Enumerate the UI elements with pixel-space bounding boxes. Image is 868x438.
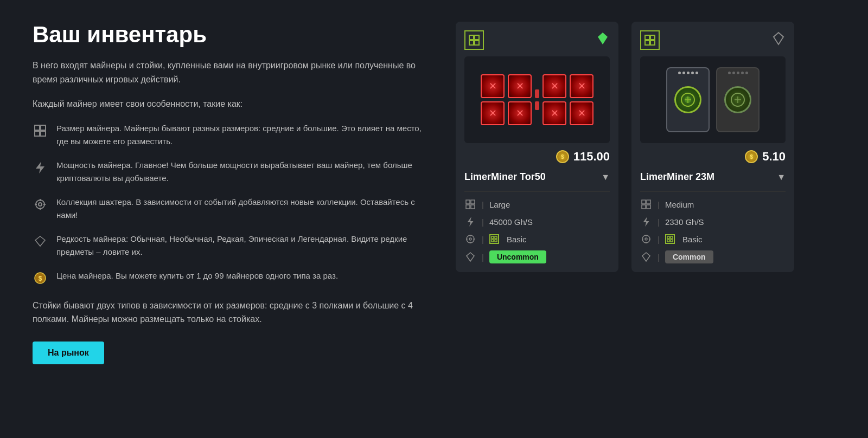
- stat-size-icon: [464, 198, 476, 210]
- svg-rect-62: [671, 240, 673, 242]
- chip-7: [542, 101, 566, 125]
- svg-rect-51: [647, 205, 650, 209]
- svg-point-29: [469, 238, 471, 240]
- stat-collection-value-tor50: Basic: [507, 235, 527, 244]
- svg-rect-59: [667, 236, 669, 239]
- card-rarity-icon-23m: [771, 31, 786, 49]
- stat-size-value-tor50: Large: [489, 200, 510, 209]
- card-dropdown-23m[interactable]: ▼: [777, 172, 786, 182]
- stat-power-icon-23m: [640, 216, 652, 228]
- svg-marker-39: [774, 33, 783, 44]
- svg-rect-35: [645, 35, 649, 40]
- stat-size-tor50: | Large: [464, 198, 610, 210]
- chip-4: [508, 101, 532, 125]
- chip-3: [481, 101, 505, 125]
- card-size-icon-23m: [640, 30, 660, 50]
- svg-text:$: $: [39, 275, 42, 282]
- size-icon: [33, 123, 48, 138]
- miner-card-tor50: 115.00 LimerMiner Tor50 ▼ | Large: [456, 22, 618, 272]
- svg-rect-22: [471, 205, 475, 209]
- svg-rect-17: [475, 41, 479, 45]
- svg-marker-63: [642, 253, 650, 261]
- feature-rarity: Редкость майнера: Обычная, Необычная, Ре…: [33, 233, 434, 259]
- card-name-23m: LimerMiner 23M: [640, 171, 714, 183]
- stat-size-23m: | Medium: [640, 198, 786, 210]
- svg-rect-38: [650, 41, 655, 45]
- market-button[interactable]: На рынок: [33, 342, 104, 364]
- coin-icon: $: [33, 270, 48, 286]
- svg-rect-14: [469, 35, 474, 40]
- miner-card-23m: 5.10 LimerMiner 23M ▼ | Medium: [631, 22, 794, 272]
- svg-point-58: [645, 238, 647, 240]
- card-dropdown-tor50[interactable]: ▼: [601, 172, 610, 182]
- chip-circle-1: [674, 86, 701, 113]
- features-list: Размер майнера. Майнеры бывают разных ра…: [33, 122, 434, 286]
- right-panel: 115.00 LimerMiner Tor50 ▼ | Large: [456, 22, 794, 416]
- feature-collection-text: Коллекция шахтера. В зависимости от собы…: [56, 196, 434, 222]
- stat-power-23m: | 2330 Gh/S: [640, 216, 786, 228]
- feature-rarity-text: Редкость майнера: Обычная, Необычная, Ре…: [56, 233, 434, 259]
- card-name-row-23m: LimerMiner 23M ▼: [640, 171, 786, 183]
- svg-point-5: [36, 200, 44, 209]
- svg-rect-15: [475, 35, 479, 40]
- feature-price: $ Цена майнера. Вы можете купить от 1 до…: [33, 269, 434, 286]
- price-value-tor50: 115.00: [573, 150, 610, 164]
- stat-power-value-23m: 2330 Gh/S: [665, 217, 704, 227]
- feature-collection: Коллекция шахтера. В зависимости от собы…: [33, 196, 434, 222]
- card-stats-tor50: | Large | 45000 Gh/S: [464, 191, 610, 263]
- card-price-tor50: 115.00: [464, 150, 610, 164]
- stat-collection-chip: [489, 234, 499, 244]
- chip-6: [570, 74, 593, 98]
- chip-phone-2: [716, 67, 760, 132]
- stat-collection-chip-23m: [665, 234, 675, 244]
- lightning-icon: [33, 160, 48, 175]
- stat-size-value-23m: Medium: [665, 200, 694, 209]
- stat-collection-icon: [464, 233, 476, 245]
- stat-collection-23m: | Basic: [640, 233, 786, 245]
- svg-rect-49: [647, 200, 650, 204]
- chip-phone-1: [666, 67, 710, 132]
- svg-rect-60: [671, 236, 673, 239]
- chip-2: [508, 74, 532, 98]
- stat-power-tor50: | 45000 Gh/S: [464, 216, 610, 228]
- svg-marker-11: [35, 236, 45, 246]
- card-name-row-tor50: LimerMiner Tor50 ▼: [464, 171, 610, 183]
- svg-rect-30: [492, 236, 494, 239]
- stat-collection-tor50: | Basic: [464, 233, 610, 245]
- svg-rect-0: [35, 125, 40, 130]
- card-name-tor50: LimerMiner Tor50: [464, 171, 546, 183]
- feature-power: Мощность майнера. Главное! Чем больше мо…: [33, 159, 434, 185]
- rarity-badge-23m: Common: [665, 250, 713, 263]
- stat-rarity-icon: [464, 251, 476, 263]
- svg-rect-20: [471, 200, 475, 204]
- svg-marker-34: [467, 253, 474, 261]
- svg-marker-52: [643, 217, 649, 227]
- chip-8: [570, 101, 593, 125]
- svg-rect-19: [466, 200, 470, 204]
- card-image-tor50: [464, 56, 610, 143]
- chip-circle-2: [724, 86, 751, 113]
- svg-rect-61: [667, 240, 669, 242]
- card-rarity-icon-tor50: [596, 31, 610, 49]
- svg-marker-18: [598, 33, 608, 44]
- card-header-tor50: [464, 30, 610, 50]
- stat-collection-value-23m: Basic: [682, 235, 703, 244]
- stat-rarity-icon-23m: [640, 251, 652, 263]
- svg-point-53: [642, 235, 650, 243]
- feature-price-text: Цена майнера. Вы можете купить от 1 до 9…: [56, 269, 338, 282]
- svg-point-10: [39, 203, 42, 206]
- crosshair-icon: [33, 197, 48, 212]
- feature-power-text: Мощность майнера. Главное! Чем больше мо…: [56, 159, 434, 185]
- footer-text: Стойки бывают двух типов в зависимости о…: [33, 299, 434, 326]
- card-size-icon-tor50: [464, 30, 484, 50]
- svg-rect-21: [466, 205, 470, 209]
- left-panel: Ваш инвентарь В него входят майнеры и ст…: [33, 22, 456, 416]
- svg-rect-50: [642, 205, 646, 209]
- card-image-23m: [640, 56, 786, 143]
- feature-size-text: Размер майнера. Майнеры бывают разных ра…: [56, 122, 434, 148]
- svg-rect-31: [495, 236, 497, 239]
- svg-rect-2: [35, 131, 40, 136]
- stat-rarity-tor50: | Uncommon: [464, 250, 610, 263]
- svg-rect-48: [642, 200, 646, 204]
- feature-size: Размер майнера. Майнеры бывают разных ра…: [33, 122, 434, 148]
